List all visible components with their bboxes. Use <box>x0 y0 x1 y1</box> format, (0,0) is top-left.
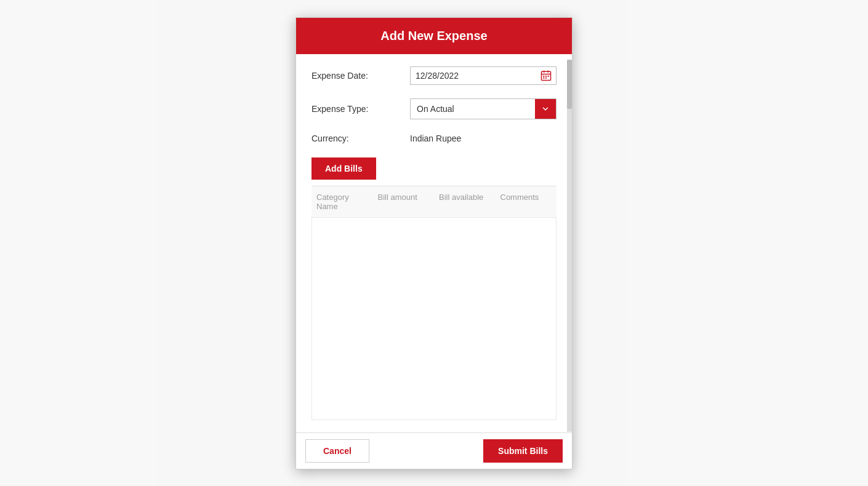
svg-rect-4 <box>543 76 545 77</box>
modal-footer: Cancel Submit Bills <box>296 432 572 469</box>
currency-row: Currency: Indian Rupee <box>311 133 557 144</box>
svg-rect-6 <box>548 76 550 77</box>
modal-overlay: Add New Expense Expense Date: <box>0 0 868 486</box>
modal-body: Expense Date: <box>296 54 572 432</box>
expense-type-select-wrapper: On Actual Fixed <box>410 98 557 119</box>
currency-label: Currency: <box>311 133 410 143</box>
calendar-icon <box>540 70 552 82</box>
col-bill-amount: Bill amount <box>373 193 435 211</box>
svg-rect-5 <box>545 76 547 77</box>
currency-value: Indian Rupee <box>410 130 461 147</box>
expense-type-control: On Actual Fixed <box>410 98 557 119</box>
expense-date-label: Expense Date: <box>311 71 410 81</box>
expense-type-label: Expense Type: <box>311 104 410 114</box>
submit-bills-button[interactable]: Submit Bills <box>483 439 563 463</box>
add-bills-button[interactable]: Add Bills <box>311 157 376 180</box>
scrollbar-thumb <box>567 60 572 109</box>
bills-table-section: Category Name Bill amount Bill available… <box>311 186 557 420</box>
cancel-button[interactable]: Cancel <box>305 439 369 463</box>
date-input-wrapper <box>410 66 557 85</box>
table-body <box>311 217 557 420</box>
currency-control: Indian Rupee <box>410 133 557 144</box>
col-comments: Comments <box>496 193 557 211</box>
col-category-name: Category Name <box>311 193 373 211</box>
expense-type-dropdown-button[interactable] <box>535 99 556 119</box>
calendar-icon-button[interactable] <box>536 67 556 84</box>
expense-type-select[interactable]: On Actual Fixed <box>411 99 535 119</box>
vertical-scrollbar[interactable] <box>567 60 572 432</box>
table-header: Category Name Bill amount Bill available… <box>311 186 557 217</box>
svg-rect-8 <box>545 77 547 78</box>
expense-date-row: Expense Date: <box>311 66 557 85</box>
chevron-down-icon <box>541 105 550 113</box>
expense-date-input[interactable] <box>411 67 536 84</box>
add-expense-modal: Add New Expense Expense Date: <box>295 17 573 469</box>
expense-type-row: Expense Type: On Actual Fixed <box>311 98 557 119</box>
expense-date-control <box>410 66 557 85</box>
add-bills-section: Add Bills <box>311 157 557 180</box>
modal-header: Add New Expense <box>296 18 572 54</box>
col-bill-available: Bill available <box>434 193 496 211</box>
modal-title: Add New Expense <box>380 29 487 42</box>
svg-rect-7 <box>543 77 545 78</box>
